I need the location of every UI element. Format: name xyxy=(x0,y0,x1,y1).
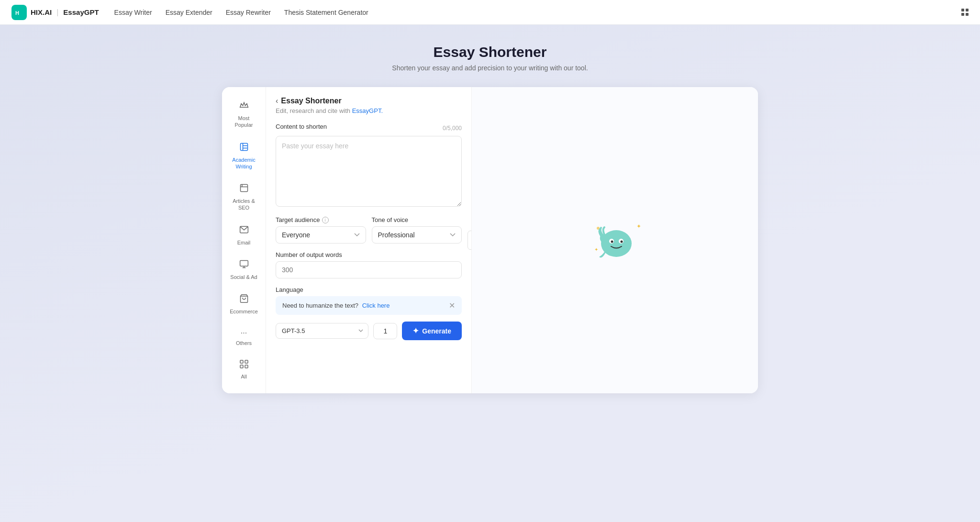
humanize-close-button[interactable]: ✕ xyxy=(449,301,455,310)
essay-textarea[interactable] xyxy=(276,136,462,207)
target-audience-select[interactable]: Everyone Students Professionals General … xyxy=(276,226,366,244)
sidebar-item-label: Email xyxy=(237,239,251,246)
humanize-link[interactable]: Click here xyxy=(362,302,390,309)
svg-text:✦: ✦ xyxy=(594,247,598,252)
sidebar-item-label: All xyxy=(241,373,246,380)
svg-rect-6 xyxy=(240,185,247,192)
sparkle-icon: ✦ xyxy=(412,326,419,335)
generate-label: Generate xyxy=(422,327,451,335)
sidebar-item-label: Articles & SEO xyxy=(229,198,259,211)
logo-text: HIX.AI xyxy=(31,8,52,16)
target-audience-info-icon[interactable]: i xyxy=(322,217,329,223)
sidebar-item-social[interactable]: Social & Ad xyxy=(225,255,263,285)
audience-tone-row: Target audience i Everyone Students Prof… xyxy=(276,216,462,244)
svg-rect-12 xyxy=(245,360,248,363)
logo-area[interactable]: H HIX.AI | EssayGPT xyxy=(11,5,99,20)
sidebar: Most Popular Academic Writing xyxy=(222,87,266,393)
tool-card: Most Popular Academic Writing xyxy=(222,87,758,393)
nav-essay-rewriter[interactable]: Essay Rewriter xyxy=(226,9,271,16)
grid-icon xyxy=(240,360,248,371)
nav-essay-writer[interactable]: Essay Writer xyxy=(114,9,152,16)
logo-separator: | xyxy=(56,8,58,17)
back-arrow[interactable]: ‹ xyxy=(276,97,278,105)
page-subtitle: Shorten your essay and add precision to … xyxy=(10,64,970,72)
svg-text:✦: ✦ xyxy=(636,223,641,230)
nav-links: Essay Writer Essay Extender Essay Rewrit… xyxy=(114,9,368,16)
svg-text:H: H xyxy=(15,10,19,16)
logo-sub: EssayGPT xyxy=(63,8,99,16)
form-description: Edit, research and cite with EssayGPT. xyxy=(276,107,462,114)
navbar: H HIX.AI | EssayGPT Essay Writer Essay E… xyxy=(0,0,980,25)
nav-thesis-generator[interactable]: Thesis Statement Generator xyxy=(284,9,368,16)
others-icon: ··· xyxy=(241,329,247,337)
sidebar-item-label: Social & Ad xyxy=(230,274,257,280)
sidebar-item-academic[interactable]: Academic Writing xyxy=(225,137,263,175)
svg-point-21 xyxy=(611,241,613,243)
tone-select[interactable]: Professional Casual Formal Friendly xyxy=(372,226,462,244)
hix-logo-icon: H xyxy=(11,5,27,20)
book-icon xyxy=(239,142,249,154)
form-title: Essay Shortener xyxy=(281,97,341,105)
svg-rect-11 xyxy=(240,360,243,363)
sidebar-item-ecommerce[interactable]: Ecommerce xyxy=(225,289,263,320)
sidebar-item-most-popular[interactable]: Most Popular xyxy=(225,96,263,133)
sidebar-item-label: Most Popular xyxy=(229,115,259,129)
svg-rect-13 xyxy=(240,365,243,368)
output-words-label: Number of output words xyxy=(276,251,462,258)
tone-field: Tone of voice Professional Casual Formal… xyxy=(372,216,462,244)
sidebar-item-label: Ecommerce xyxy=(230,308,258,315)
svg-point-18 xyxy=(601,230,632,257)
articles-icon xyxy=(239,183,249,195)
content-label: Content to shorten xyxy=(276,123,327,130)
target-audience-label: Target audience i xyxy=(276,216,366,223)
char-count: 0/5,000 xyxy=(443,125,462,132)
sidebar-item-others[interactable]: ··· Others xyxy=(225,324,263,351)
page-title: Essay Shortener xyxy=(10,44,970,60)
language-label: Language xyxy=(276,286,462,293)
form-panel: ‹ Essay Shortener Edit, research and cit… xyxy=(266,87,472,393)
sidebar-item-articles[interactable]: Articles & SEO xyxy=(225,178,263,216)
content-field-header: Content to shorten 0/5,000 xyxy=(276,123,462,133)
mascot-svg: ✦ ✦ xyxy=(589,214,641,267)
email-icon xyxy=(239,225,249,237)
tone-label: Tone of voice xyxy=(372,216,462,223)
monitor-icon xyxy=(239,259,249,271)
svg-rect-14 xyxy=(245,365,248,368)
cart-icon xyxy=(239,294,249,306)
bottom-bar: GPT-3.5 GPT-4 1 ✦ Generate xyxy=(276,322,462,340)
essaygpt-link[interactable]: EssayGPT. xyxy=(352,107,383,114)
humanize-text: Need to humanize the text? Click here xyxy=(282,302,390,309)
essay-textarea-wrapper xyxy=(276,136,462,209)
back-header: ‹ Essay Shortener xyxy=(276,97,462,105)
humanize-banner: Need to humanize the text? Click here ✕ xyxy=(276,296,462,315)
output-words-input[interactable] xyxy=(276,261,462,278)
nav-grid-icon[interactable] xyxy=(961,9,969,16)
sidebar-item-all[interactable]: All xyxy=(225,355,263,385)
model-select[interactable]: GPT-3.5 GPT-4 xyxy=(276,323,368,339)
svg-point-22 xyxy=(621,241,623,243)
sidebar-item-label: Others xyxy=(236,340,252,346)
mascot-area: ✦ ✦ xyxy=(589,214,641,267)
svg-rect-10 xyxy=(240,261,248,267)
form-desc-text: Edit, research and cite with xyxy=(276,107,352,114)
svg-rect-2 xyxy=(240,143,247,150)
output-panel: ✦ ✦ xyxy=(472,87,758,393)
crown-icon xyxy=(239,100,249,112)
nav-essay-extender[interactable]: Essay Extender xyxy=(166,9,212,16)
sidebar-item-email[interactable]: Email xyxy=(225,220,263,251)
sidebar-item-label: Academic Writing xyxy=(229,156,259,170)
collapse-panel-button[interactable]: « xyxy=(468,231,472,250)
generate-button[interactable]: ✦ Generate xyxy=(402,322,462,340)
count-box: 1 xyxy=(373,323,397,339)
page-content: Essay Shortener Shorten your essay and a… xyxy=(0,25,980,522)
target-audience-field: Target audience i Everyone Students Prof… xyxy=(276,216,366,244)
